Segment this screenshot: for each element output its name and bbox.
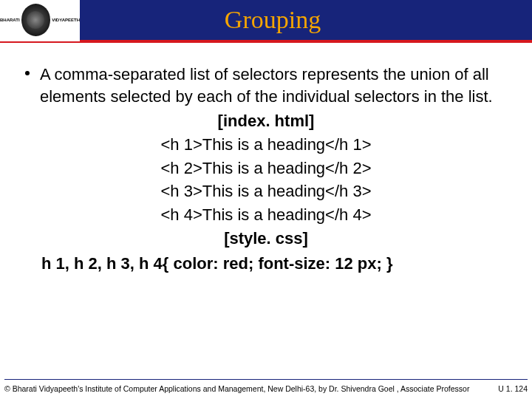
- bullet-text: A comma-separated list of selectors repr…: [40, 64, 507, 107]
- logo-text-right: VIDYAPEETH: [52, 18, 80, 22]
- style-label: [style. css]: [25, 228, 507, 250]
- code-line-h4: <h 4>This is a heading</h 4>: [25, 204, 507, 226]
- bullet-item: A comma-separated list of selectors repr…: [25, 64, 507, 107]
- emblem-icon: [21, 4, 51, 36]
- footer-page-number: U 1. 124: [492, 384, 528, 393]
- footer-copyright: © Bharati Vidyapeeth's Institute of Comp…: [4, 384, 469, 393]
- slide-content: A comma-separated list of selectors repr…: [0, 43, 532, 274]
- code-line-h2: <h 2>This is a heading</h 2>: [25, 157, 507, 180]
- slide-title: Grouping: [80, 6, 532, 34]
- css-rule: h 1, h 2, h 3, h 4{ color: red; font-siz…: [25, 253, 507, 275]
- index-label: [index. html]: [25, 110, 507, 132]
- title-bar: BHARATI VIDYAPEETH Grouping: [0, 0, 532, 43]
- institution-logo: BHARATI VIDYAPEETH: [0, 0, 80, 41]
- code-line-h1: <h 1>This is a heading</h 1>: [25, 134, 507, 156]
- bullet-icon: [25, 71, 30, 75]
- slide-footer: © Bharati Vidyapeeth's Institute of Comp…: [4, 379, 528, 393]
- code-line-h3: <h 3>This is a heading</h 3>: [25, 180, 507, 202]
- code-block: [index. html] <h 1>This is a heading</h …: [25, 110, 507, 249]
- logo-text-left: BHARATI: [0, 18, 20, 22]
